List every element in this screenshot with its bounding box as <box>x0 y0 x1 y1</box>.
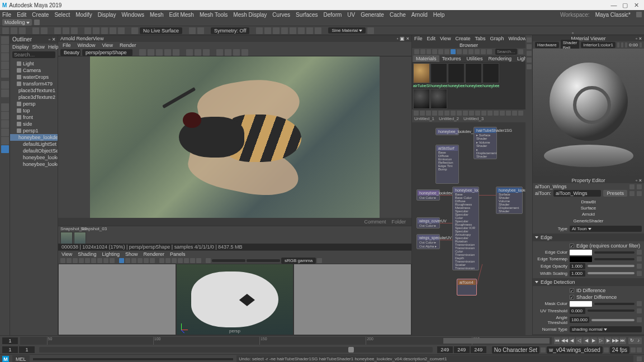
snap-curve-icon[interactable] <box>93 27 100 34</box>
edge-tonemap-swatch[interactable] <box>570 256 592 262</box>
vp-tool-6[interactable] <box>91 258 96 263</box>
live-surface-select[interactable]: No Live Surface <box>140 27 182 34</box>
strip-icon-5[interactable] <box>527 64 532 69</box>
vp-tool-24[interactable] <box>317 258 322 263</box>
hs-tool-4[interactable] <box>432 49 437 54</box>
end-icon[interactable]: ⏭ <box>619 337 626 344</box>
snapshot-thumb-2[interactable] <box>74 232 86 244</box>
rv-icon-8[interactable] <box>203 49 210 56</box>
mat-reload-icon[interactable] <box>625 42 627 47</box>
layout-four[interactable] <box>1 112 9 120</box>
prev-key-icon[interactable]: ◁ <box>576 337 583 344</box>
menu-create[interactable]: Create <box>32 12 49 18</box>
render-menu-view[interactable]: View <box>102 42 113 48</box>
autokey-icon[interactable] <box>631 347 636 353</box>
menu-mesh-tools[interactable]: Mesh Tools <box>200 12 228 18</box>
vp-tool-16[interactable] <box>159 258 164 263</box>
hs-tool-13[interactable] <box>487 49 492 54</box>
menu-mesh[interactable]: Mesh <box>150 12 163 18</box>
group-icon-6[interactable] <box>298 27 305 34</box>
mask-swatch[interactable] <box>570 301 592 307</box>
group-icon-3[interactable] <box>273 27 280 34</box>
outliner-item[interactable]: honeybee_lookdev_v04g <box>10 134 58 141</box>
open-scene-icon[interactable] <box>11 27 17 34</box>
vp-tool-15[interactable] <box>150 258 155 263</box>
graph-tab-2[interactable]: Untitled_2 <box>439 116 459 122</box>
swatch-3[interactable] <box>448 63 465 83</box>
undo-icon[interactable] <box>32 27 39 34</box>
prop-icon-2[interactable] <box>637 184 642 189</box>
node-graph[interactable]: honeybee_lookdev_v04 hairTubeShader1SG ▸… <box>412 122 525 335</box>
swatch-7[interactable] <box>430 89 447 109</box>
strip-icon-2[interactable] <box>527 44 532 49</box>
hs-tool-8[interactable] <box>457 49 462 54</box>
lasso-tool[interactable] <box>1 45 9 53</box>
play-back-icon[interactable]: ◀ <box>583 337 590 344</box>
shader-diff-check[interactable] <box>570 295 574 299</box>
vp-tool-18[interactable] <box>172 258 177 263</box>
outliner-item[interactable]: place3dTexture1 <box>10 87 58 94</box>
anim-layer-select[interactable]: w_v04:wings_closed <box>547 346 603 354</box>
map-icon-7[interactable] <box>637 317 642 322</box>
menu-edit[interactable]: Edit <box>17 12 26 18</box>
node-b[interactable]: hairTubeShader1SG ▸ Surface Shader ▸ Vol… <box>473 127 497 159</box>
step-fwd-icon[interactable]: ▶▶ <box>612 337 619 344</box>
prop-show-icon[interactable] <box>629 191 634 196</box>
group-icon-5[interactable] <box>290 27 296 34</box>
scale-tool[interactable] <box>1 70 9 78</box>
prev-frame-icon[interactable]: ◀ <box>569 337 575 344</box>
map-icon-3[interactable] <box>637 264 642 269</box>
menu-help[interactable]: Help <box>433 12 445 18</box>
node-e[interactable]: honeybee_lookdev_v04:Bee_Wings Base Base… <box>452 187 479 270</box>
edge-tonemap-slider[interactable] <box>594 258 634 260</box>
gt-2[interactable] <box>420 111 425 116</box>
vp-menu-panels[interactable]: Panels <box>170 251 186 257</box>
outliner-item[interactable]: top <box>10 107 58 114</box>
map-icon-2[interactable] <box>637 256 642 261</box>
rv-icon-3[interactable] <box>156 49 163 56</box>
map-icon[interactable] <box>637 250 642 255</box>
gt-11[interactable] <box>475 111 480 116</box>
command-input[interactable] <box>33 358 234 360</box>
vp-tool-11[interactable] <box>125 258 130 263</box>
render-viewport[interactable] <box>58 56 411 218</box>
outliner-display[interactable]: Display <box>12 44 29 50</box>
vp-tool-4[interactable] <box>79 258 84 263</box>
vp-tool-5[interactable] <box>85 258 90 263</box>
time-slider[interactable]: 1 50 100 150 200 250 ⏮ ◀◀ ◀ ◁ ◀ ▶ ▷ ▶ ▶▶… <box>0 335 644 345</box>
hs-tool-3[interactable] <box>427 49 432 54</box>
viewport-persp[interactable]: persp <box>176 264 294 335</box>
outliner-search[interactable]: Search… <box>12 51 55 58</box>
vp-tool-23[interactable] <box>206 258 211 263</box>
lasso-icon[interactable] <box>63 27 69 34</box>
uv-slider[interactable] <box>588 309 634 312</box>
outliner-item[interactable]: Light <box>10 60 58 67</box>
range-start[interactable]: 1 <box>2 346 18 353</box>
mel-label[interactable]: MEL <box>12 355 30 363</box>
mask-slider[interactable] <box>594 303 634 305</box>
render-comment-label[interactable]: Comment <box>364 219 386 225</box>
prop-icon-1[interactable] <box>629 184 634 189</box>
outliner-item[interactable]: Camera <box>10 67 58 74</box>
misc-select[interactable]: Sine Material <box>328 27 366 34</box>
swatch-2[interactable] <box>430 63 447 83</box>
group-icon-4[interactable] <box>281 27 288 34</box>
map-icon-4[interactable] <box>637 271 642 276</box>
menu-edit-mesh[interactable]: Edit Mesh <box>169 12 193 18</box>
history-icon[interactable] <box>189 27 196 34</box>
vp-gamma-select[interactable]: sRGB gamma <box>281 258 316 264</box>
outliner-help[interactable]: Help <box>48 44 59 50</box>
rv-icon-4[interactable] <box>164 49 171 56</box>
rv-icon-1[interactable] <box>139 49 146 56</box>
outliner-item[interactable]: defaultObjectSet <box>10 147 58 154</box>
type-select[interactable]: Ai Toon <box>570 226 642 232</box>
outliner-item[interactable]: transform479 <box>10 80 58 87</box>
vp-menu-lighting[interactable]: Lighting <box>102 251 120 257</box>
gt-12[interactable] <box>481 111 486 116</box>
menu-display[interactable]: Display <box>98 12 116 18</box>
tab-textures[interactable]: Textures <box>439 55 464 62</box>
node-c[interactable]: honeybee_lookdev_v04 Out Color ▸ <box>416 189 440 201</box>
mat-play-icon[interactable] <box>617 42 619 47</box>
step-back-icon[interactable]: ◀◀ <box>561 337 568 344</box>
layout-single[interactable] <box>1 103 9 111</box>
